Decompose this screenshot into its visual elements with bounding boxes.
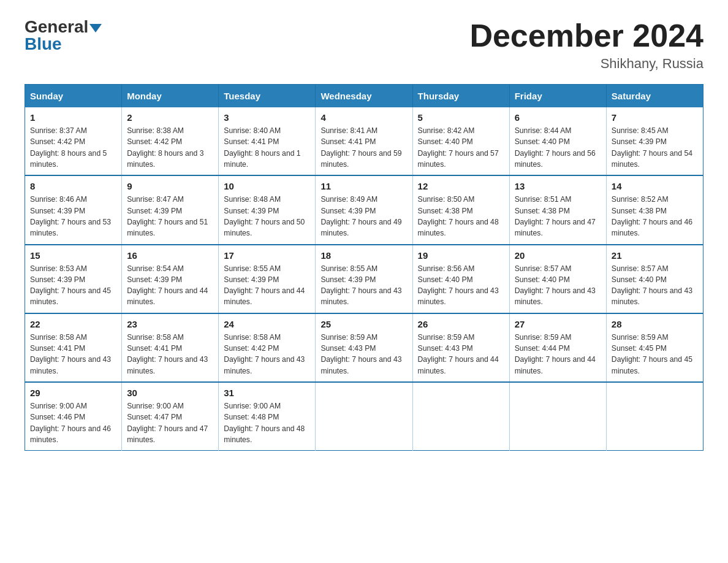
day-number: 27 xyxy=(515,319,601,329)
table-row: 22 Sunrise: 8:58 AMSunset: 4:41 PMDaylig… xyxy=(25,313,122,382)
col-friday: Friday xyxy=(509,85,606,108)
table-row xyxy=(509,382,606,451)
day-info: Sunrise: 8:44 AMSunset: 4:40 PMDaylight:… xyxy=(515,125,601,170)
day-number: 9 xyxy=(127,181,213,191)
table-row: 28 Sunrise: 8:59 AMSunset: 4:45 PMDaylig… xyxy=(606,313,703,382)
day-info: Sunrise: 8:59 AMSunset: 4:43 PMDaylight:… xyxy=(320,332,407,377)
col-sunday: Sunday xyxy=(25,85,122,108)
day-info: Sunrise: 8:46 AMSunset: 4:39 PMDaylight:… xyxy=(30,194,116,239)
table-row: 24 Sunrise: 8:58 AMSunset: 4:42 PMDaylig… xyxy=(219,313,316,382)
table-row: 11 Sunrise: 8:49 AMSunset: 4:39 PMDaylig… xyxy=(316,175,412,244)
col-tuesday: Tuesday xyxy=(219,85,316,108)
day-info: Sunrise: 8:57 AMSunset: 4:40 PMDaylight:… xyxy=(612,263,698,308)
day-number: 3 xyxy=(224,112,310,123)
table-row xyxy=(316,382,412,451)
col-saturday: Saturday xyxy=(606,85,703,108)
table-row: 17 Sunrise: 8:55 AMSunset: 4:39 PMDaylig… xyxy=(219,245,316,313)
table-row: 21 Sunrise: 8:57 AMSunset: 4:40 PMDaylig… xyxy=(606,245,703,313)
day-info: Sunrise: 8:55 AMSunset: 4:39 PMDaylight:… xyxy=(224,263,310,308)
day-info: Sunrise: 8:49 AMSunset: 4:39 PMDaylight:… xyxy=(320,194,407,239)
day-info: Sunrise: 8:56 AMSunset: 4:40 PMDaylight:… xyxy=(418,263,504,308)
day-info: Sunrise: 8:59 AMSunset: 4:43 PMDaylight:… xyxy=(418,332,504,377)
table-row xyxy=(412,382,509,451)
day-number: 4 xyxy=(320,112,407,123)
day-info: Sunrise: 8:48 AMSunset: 4:39 PMDaylight:… xyxy=(224,194,310,239)
location-subtitle: Shikhany, Russia xyxy=(469,56,703,72)
table-row: 27 Sunrise: 8:59 AMSunset: 4:44 PMDaylig… xyxy=(509,313,606,382)
day-number: 19 xyxy=(418,250,504,261)
table-row: 25 Sunrise: 8:59 AMSunset: 4:43 PMDaylig… xyxy=(316,313,412,382)
day-number: 1 xyxy=(30,112,116,123)
table-row: 4 Sunrise: 8:41 AMSunset: 4:41 PMDayligh… xyxy=(316,107,412,175)
day-number: 17 xyxy=(224,250,310,261)
day-number: 8 xyxy=(30,181,116,191)
day-info: Sunrise: 8:55 AMSunset: 4:39 PMDaylight:… xyxy=(320,263,407,308)
title-block: December 2024 Shikhany, Russia xyxy=(469,18,703,72)
table-row: 2 Sunrise: 8:38 AMSunset: 4:42 PMDayligh… xyxy=(122,107,219,175)
day-number: 13 xyxy=(515,181,601,191)
day-info: Sunrise: 8:38 AMSunset: 4:42 PMDaylight:… xyxy=(127,125,213,170)
table-row: 20 Sunrise: 8:57 AMSunset: 4:40 PMDaylig… xyxy=(509,245,606,313)
table-row: 14 Sunrise: 8:52 AMSunset: 4:38 PMDaylig… xyxy=(606,175,703,244)
calendar-body: 1 Sunrise: 8:37 AMSunset: 4:42 PMDayligh… xyxy=(25,107,703,450)
day-info: Sunrise: 8:58 AMSunset: 4:41 PMDaylight:… xyxy=(30,332,116,377)
table-row: 7 Sunrise: 8:45 AMSunset: 4:39 PMDayligh… xyxy=(606,107,703,175)
day-info: Sunrise: 8:59 AMSunset: 4:45 PMDaylight:… xyxy=(612,332,698,377)
calendar-week-row: 1 Sunrise: 8:37 AMSunset: 4:42 PMDayligh… xyxy=(25,107,703,175)
day-number: 20 xyxy=(515,250,601,261)
table-row: 6 Sunrise: 8:44 AMSunset: 4:40 PMDayligh… xyxy=(509,107,606,175)
calendar-week-row: 29 Sunrise: 9:00 AMSunset: 4:46 PMDaylig… xyxy=(25,382,703,451)
day-number: 10 xyxy=(224,181,310,191)
day-info: Sunrise: 9:00 AMSunset: 4:48 PMDaylight:… xyxy=(224,400,310,445)
day-info: Sunrise: 8:58 AMSunset: 4:41 PMDaylight:… xyxy=(127,332,213,377)
month-year-title: December 2024 xyxy=(469,18,703,53)
day-number: 21 xyxy=(612,250,698,261)
day-number: 5 xyxy=(418,112,504,123)
table-row: 10 Sunrise: 8:48 AMSunset: 4:39 PMDaylig… xyxy=(219,175,316,244)
col-monday: Monday xyxy=(122,85,219,108)
day-info: Sunrise: 8:53 AMSunset: 4:39 PMDaylight:… xyxy=(30,263,116,308)
day-info: Sunrise: 8:58 AMSunset: 4:42 PMDaylight:… xyxy=(224,332,310,377)
day-number: 2 xyxy=(127,112,213,123)
calendar-week-row: 8 Sunrise: 8:46 AMSunset: 4:39 PMDayligh… xyxy=(25,175,703,244)
day-info: Sunrise: 8:37 AMSunset: 4:42 PMDaylight:… xyxy=(30,125,116,170)
table-row: 31 Sunrise: 9:00 AMSunset: 4:48 PMDaylig… xyxy=(219,382,316,451)
day-info: Sunrise: 8:45 AMSunset: 4:39 PMDaylight:… xyxy=(612,125,698,170)
page-header: General Blue December 2024 Shikhany, Rus… xyxy=(25,18,703,72)
day-info: Sunrise: 8:59 AMSunset: 4:44 PMDaylight:… xyxy=(515,332,601,377)
table-row: 29 Sunrise: 9:00 AMSunset: 4:46 PMDaylig… xyxy=(25,382,122,451)
table-row: 9 Sunrise: 8:47 AMSunset: 4:39 PMDayligh… xyxy=(122,175,219,244)
logo: General Blue xyxy=(25,18,102,54)
day-number: 14 xyxy=(612,181,698,191)
day-number: 23 xyxy=(127,319,213,329)
col-thursday: Thursday xyxy=(412,85,509,108)
day-number: 30 xyxy=(127,388,213,398)
table-row: 1 Sunrise: 8:37 AMSunset: 4:42 PMDayligh… xyxy=(25,107,122,175)
table-row: 30 Sunrise: 9:00 AMSunset: 4:47 PMDaylig… xyxy=(122,382,219,451)
day-number: 28 xyxy=(612,319,698,329)
day-info: Sunrise: 8:57 AMSunset: 4:40 PMDaylight:… xyxy=(515,263,601,308)
day-number: 22 xyxy=(30,319,116,329)
calendar-week-row: 22 Sunrise: 8:58 AMSunset: 4:41 PMDaylig… xyxy=(25,313,703,382)
table-row: 3 Sunrise: 8:40 AMSunset: 4:41 PMDayligh… xyxy=(219,107,316,175)
day-info: Sunrise: 8:41 AMSunset: 4:41 PMDaylight:… xyxy=(320,125,407,170)
col-wednesday: Wednesday xyxy=(316,85,412,108)
day-number: 7 xyxy=(612,112,698,123)
table-row: 12 Sunrise: 8:50 AMSunset: 4:38 PMDaylig… xyxy=(412,175,509,244)
day-info: Sunrise: 8:52 AMSunset: 4:38 PMDaylight:… xyxy=(612,194,698,239)
day-number: 26 xyxy=(418,319,504,329)
logo-triangle-icon xyxy=(89,24,102,33)
table-row: 18 Sunrise: 8:55 AMSunset: 4:39 PMDaylig… xyxy=(316,245,412,313)
table-row: 13 Sunrise: 8:51 AMSunset: 4:38 PMDaylig… xyxy=(509,175,606,244)
day-info: Sunrise: 8:50 AMSunset: 4:38 PMDaylight:… xyxy=(418,194,504,239)
logo-text-line1: General xyxy=(25,18,102,36)
calendar-table: Sunday Monday Tuesday Wednesday Thursday… xyxy=(25,84,703,451)
calendar-week-row: 15 Sunrise: 8:53 AMSunset: 4:39 PMDaylig… xyxy=(25,245,703,313)
table-row: 26 Sunrise: 8:59 AMSunset: 4:43 PMDaylig… xyxy=(412,313,509,382)
table-row: 8 Sunrise: 8:46 AMSunset: 4:39 PMDayligh… xyxy=(25,175,122,244)
day-info: Sunrise: 8:51 AMSunset: 4:38 PMDaylight:… xyxy=(515,194,601,239)
day-info: Sunrise: 8:40 AMSunset: 4:41 PMDaylight:… xyxy=(224,125,310,170)
table-row xyxy=(606,382,703,451)
day-number: 29 xyxy=(30,388,116,398)
day-number: 31 xyxy=(224,388,310,398)
